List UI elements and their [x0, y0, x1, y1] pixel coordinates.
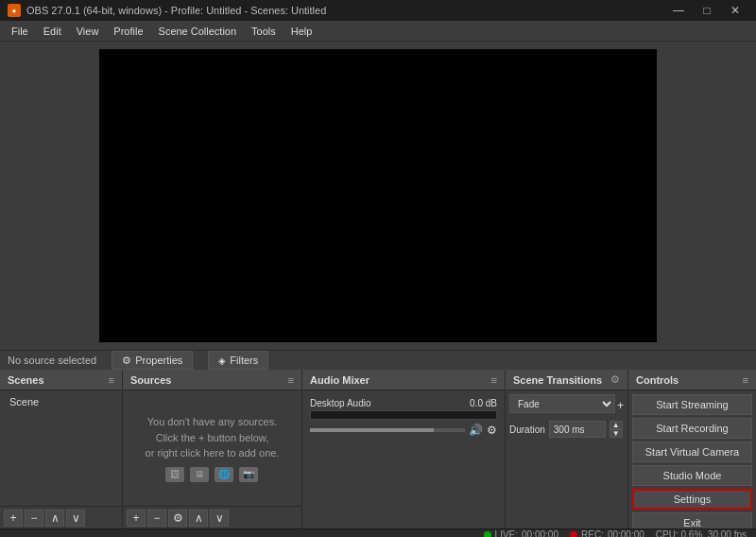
- close-button[interactable]: ✕: [722, 0, 748, 21]
- panels-row: Scenes ≡ Scene + − ∧ ∨ Sources ≡ You don…: [0, 370, 756, 528]
- transition-type-select[interactable]: Fade: [509, 394, 615, 413]
- no-sources-line3: or right click here to add one.: [146, 445, 280, 461]
- scenes-up-button[interactable]: ∧: [45, 510, 64, 527]
- preview-area: [0, 42, 756, 350]
- menu-help[interactable]: Help: [284, 21, 320, 42]
- scenes-down-button[interactable]: ∨: [66, 510, 85, 527]
- live-dot: [484, 531, 491, 538]
- source-image-icon: 🖼: [165, 467, 184, 482]
- sources-panel-header: Sources ≡: [123, 370, 301, 390]
- volume-icon[interactable]: 🔊: [469, 424, 483, 437]
- live-status: LIVE: 00:00:00: [484, 529, 558, 537]
- filters-button[interactable]: ◈ Filters: [208, 351, 268, 370]
- rec-status: REC: 00:00:00: [570, 529, 644, 537]
- audio-title: Audio Mixer: [310, 374, 369, 386]
- transitions-panel: Scene Transitions ⚙ Fade + Duration ▲ ▼: [506, 370, 628, 528]
- start-recording-button[interactable]: Start Recording: [632, 418, 752, 439]
- filters-label: Filters: [230, 355, 258, 366]
- controls-panel-header: Controls ≡: [628, 370, 756, 390]
- title-bar: ● OBS 27.0.1 (64-bit, windows) - Profile…: [0, 0, 756, 21]
- menu-file[interactable]: File: [4, 21, 36, 42]
- properties-label: Properties: [135, 355, 182, 366]
- menu-edit[interactable]: Edit: [36, 21, 69, 42]
- no-sources-line1: You don't have any sources.: [147, 414, 277, 430]
- sources-remove-button[interactable]: −: [147, 510, 166, 527]
- transition-add-icon[interactable]: +: [617, 399, 624, 412]
- menu-profile[interactable]: Profile: [106, 21, 150, 42]
- scenes-remove-button[interactable]: −: [25, 510, 43, 527]
- menu-tools[interactable]: Tools: [244, 21, 284, 42]
- audio-track-name: Desktop Audio: [310, 398, 371, 408]
- live-time: 00:00:00: [522, 529, 558, 537]
- duration-down-arrow[interactable]: ▼: [610, 429, 623, 438]
- preview-canvas: [99, 49, 657, 342]
- sources-menu-icon[interactable]: ≡: [288, 374, 294, 386]
- no-source-label: No source selected: [8, 355, 96, 366]
- scenes-toolbar: + − ∧ ∨: [0, 506, 122, 528]
- studio-mode-button[interactable]: Studio Mode: [632, 465, 752, 486]
- no-sources-line2: Click the + button below,: [156, 430, 269, 446]
- no-source-bar: No source selected ⚙ Properties ◈ Filter…: [0, 350, 756, 370]
- controls-panel: Controls ≡ Start Streaming Start Recordi…: [628, 370, 756, 528]
- menu-bar: File Edit View Profile Scene Collection …: [0, 21, 756, 42]
- sources-title: Sources: [130, 374, 171, 386]
- sources-add-button[interactable]: +: [127, 510, 146, 527]
- scenes-add-button[interactable]: +: [4, 510, 23, 527]
- volume-slider[interactable]: [310, 428, 465, 432]
- audio-panel-header: Audio Mixer ≡: [302, 370, 505, 390]
- audio-track-header: Desktop Audio 0.0 dB: [310, 398, 497, 408]
- main-area: No source selected ⚙ Properties ◈ Filter…: [0, 42, 756, 537]
- controls-title: Controls: [636, 374, 679, 386]
- scene-item[interactable]: Scene: [4, 394, 118, 409]
- duration-row: Duration ▲ ▼: [509, 421, 624, 438]
- minimize-button[interactable]: —: [665, 0, 692, 21]
- start-streaming-button[interactable]: Start Streaming: [632, 394, 752, 415]
- rec-label: REC:: [581, 529, 604, 537]
- window-controls: — □ ✕: [665, 0, 748, 21]
- source-camera-icon: 📷: [239, 467, 258, 482]
- properties-button[interactable]: ⚙ Properties: [112, 351, 193, 370]
- controls-menu-icon[interactable]: ≡: [743, 374, 748, 386]
- cpu-status: CPU: 0.6%, 30.00 fps: [656, 529, 747, 537]
- rec-time: 00:00:00: [608, 529, 644, 537]
- transitions-title: Scene Transitions: [513, 374, 602, 386]
- duration-input[interactable]: [549, 421, 606, 438]
- duration-arrows: ▲ ▼: [610, 421, 623, 438]
- transitions-settings-icon[interactable]: ⚙: [610, 373, 620, 386]
- audio-settings-icon[interactable]: ⚙: [487, 424, 497, 437]
- source-web-icon: 🌐: [215, 467, 233, 482]
- audio-track: Desktop Audio 0.0 dB 🔊 ⚙: [306, 394, 501, 439]
- window-title: OBS 27.0.1 (64-bit, windows) - Profile: …: [26, 5, 326, 16]
- scenes-panel: Scenes ≡ Scene + − ∧ ∨: [0, 370, 123, 528]
- settings-button[interactable]: Settings: [632, 489, 752, 510]
- audio-meter: [310, 410, 497, 420]
- scenes-menu-icon[interactable]: ≡: [109, 374, 114, 386]
- volume-slider-fill: [310, 428, 434, 432]
- transitions-content: Fade + Duration ▲ ▼: [506, 390, 627, 528]
- transitions-panel-header: Scene Transitions ⚙: [506, 370, 627, 390]
- audio-panel: Audio Mixer ≡ Desktop Audio 0.0 dB: [302, 370, 506, 528]
- no-sources-message: You don't have any sources. Click the + …: [146, 394, 280, 502]
- sources-settings-button[interactable]: ⚙: [168, 510, 187, 527]
- audio-controls: 🔊 ⚙: [310, 424, 497, 437]
- menu-scene-collection[interactable]: Scene Collection: [151, 21, 245, 42]
- filter-icon: ◈: [218, 355, 226, 366]
- menu-view[interactable]: View: [69, 21, 107, 42]
- scenes-panel-header: Scenes ≡: [0, 370, 122, 390]
- duration-up-arrow[interactable]: ▲: [610, 421, 623, 429]
- sources-toolbar: + − ⚙ ∧ ∨: [123, 506, 301, 528]
- start-virtual-camera-button[interactable]: Start Virtual Camera: [632, 442, 752, 462]
- sources-content[interactable]: You don't have any sources. Click the + …: [123, 390, 301, 506]
- source-display-icon: 🖥: [190, 467, 209, 482]
- sources-up-button[interactable]: ∧: [189, 510, 208, 527]
- controls-buttons: Start Streaming Start Recording Start Vi…: [628, 390, 756, 537]
- source-icon-row: 🖼 🖥 🌐 📷: [165, 467, 258, 482]
- audio-menu-icon[interactable]: ≡: [491, 374, 497, 386]
- gear-icon: ⚙: [122, 355, 131, 367]
- sources-down-button[interactable]: ∨: [210, 510, 229, 527]
- rec-dot: [570, 531, 577, 538]
- status-bar: LIVE: 00:00:00 REC: 00:00:00 CPU: 0.6%, …: [0, 528, 756, 537]
- sources-panel: Sources ≡ You don't have any sources. Cl…: [123, 370, 302, 528]
- scenes-content: Scene: [0, 390, 122, 506]
- maximize-button[interactable]: □: [694, 0, 720, 21]
